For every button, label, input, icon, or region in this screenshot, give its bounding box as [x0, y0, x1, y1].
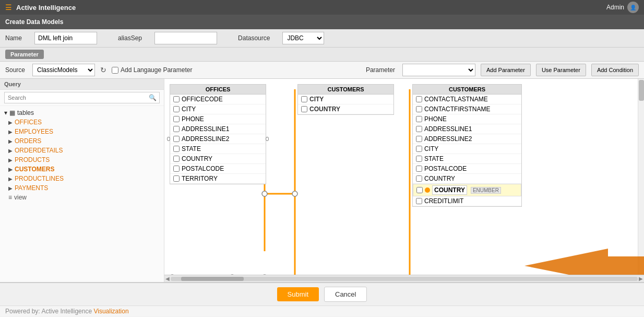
table-row[interactable]: ADDRESSLINE1	[413, 124, 521, 134]
table-row[interactable]: COUNTRY	[413, 174, 521, 184]
app-name: Active Intelligence	[16, 4, 606, 11]
table-row[interactable]: COUNTRY	[298, 104, 393, 114]
row-checkbox[interactable]	[416, 136, 422, 142]
row-checkbox[interactable]	[173, 146, 180, 152]
table-row[interactable]: CITY	[298, 95, 393, 104]
table-row[interactable]: STATE	[170, 144, 266, 154]
sidebar-item-label: OFFICES	[15, 119, 42, 126]
row-checkbox[interactable]	[173, 166, 180, 172]
row-checkbox[interactable]	[416, 116, 422, 122]
sidebar-item-label: ORDERDETAILS	[15, 147, 63, 154]
table-row[interactable]: ADDRESSLINE2	[170, 134, 266, 144]
row-checkbox[interactable]	[301, 96, 307, 102]
country-highlight-box: COUNTRY	[432, 185, 467, 195]
sidebar-item-offices[interactable]: ▶ OFFICES	[0, 118, 164, 127]
row-checkbox[interactable]	[416, 126, 422, 132]
tree-root-tables[interactable]: ▾ ▦ tables	[0, 108, 164, 118]
row-checkbox[interactable]	[173, 106, 180, 112]
footer: Powered by: Active Intelligence Visualiz…	[0, 306, 644, 316]
datasource-select[interactable]: JDBC	[282, 32, 324, 44]
alias-input[interactable]	[154, 32, 217, 44]
sidebar-item-products[interactable]: ▶ PRODUCTS	[0, 155, 164, 165]
sidebar-item-productlines[interactable]: ▶ PRODUCTLINES	[0, 174, 164, 183]
table-rows-offices: OFFICECODE CITY PHONE ADDRESSLINE1 ADDRE…	[170, 95, 266, 184]
search-input[interactable]	[4, 92, 160, 103]
sidebar-item-label: PRODUCTLINES	[15, 175, 64, 182]
alias-label: aliasSep	[118, 34, 142, 42]
row-checkbox[interactable]	[301, 106, 307, 112]
refresh-icon[interactable]: ↻	[100, 66, 106, 74]
table-row[interactable]: CITY	[170, 104, 266, 114]
row-checkbox[interactable]	[173, 156, 180, 162]
row-checkbox[interactable]	[173, 126, 180, 132]
sidebar-item-orders[interactable]: ▶ ORDERS	[0, 136, 164, 146]
row-label: ADDRESSLINE1	[182, 125, 229, 133]
add-condition-button[interactable]: Add Condition	[591, 64, 639, 76]
row-checkbox[interactable]	[173, 175, 180, 182]
cancel-button[interactable]: Cancel	[324, 287, 367, 302]
param-select[interactable]	[402, 64, 475, 76]
sidebar-item-orderdetails[interactable]: ▶ ORDERDETAILS	[0, 146, 164, 155]
submit-button[interactable]: Submit	[277, 287, 319, 301]
name-input[interactable]	[34, 32, 97, 44]
sidebar-item-employees[interactable]: ▶ EMPLOYEES	[0, 127, 164, 136]
add-parameter-button[interactable]: Add Parameter	[481, 64, 531, 76]
scrollbar-h-thumb[interactable]	[181, 277, 244, 281]
scrollbar-thumb[interactable]	[639, 80, 644, 101]
row-checkbox[interactable]	[416, 175, 422, 182]
table-row[interactable]: STATE	[413, 154, 521, 164]
table-row[interactable]: CONTACTLASTNAME	[413, 95, 521, 104]
svg-point-5	[292, 191, 297, 196]
row-checkbox[interactable]	[416, 198, 422, 204]
table-row-highlighted[interactable]: COUNTRY ENUMBER	[413, 184, 521, 196]
row-checkbox[interactable]	[416, 187, 423, 193]
row-checkbox[interactable]	[416, 106, 422, 112]
use-parameter-button[interactable]: Use Parameter	[536, 64, 586, 76]
row-checkbox[interactable]	[416, 166, 422, 172]
row-checkbox[interactable]	[416, 146, 422, 152]
table-row[interactable]: TERRITORY	[170, 174, 266, 184]
sidebar-view-label: view	[14, 194, 27, 201]
sidebar-item-view[interactable]: ≡ view	[0, 193, 164, 202]
table-row[interactable]: PHONE	[413, 114, 521, 124]
row-checkbox[interactable]	[416, 96, 422, 102]
scroll-left-btn[interactable]: ◀	[165, 276, 170, 281]
row-label: POSTALCODE	[424, 165, 467, 172]
table-row[interactable]: CONTACTFIRSTNAME	[413, 104, 521, 114]
admin-label: Admin	[606, 4, 624, 11]
horizontal-scrollbar[interactable]: ◀ ▶	[164, 275, 644, 282]
sidebar-item-label: EMPLOYEES	[15, 128, 53, 135]
row-checkbox[interactable]	[173, 96, 180, 102]
source-select[interactable]: ClassicModels	[32, 64, 95, 76]
row-checkbox[interactable]	[416, 156, 422, 162]
table-row[interactable]: COUNTRY	[170, 154, 266, 164]
table-row[interactable]: ADDRESSLINE1	[170, 124, 266, 134]
sidebar-item-payments[interactable]: ▶ PAYMENTS	[0, 183, 164, 193]
table-rows-customers-small: CITY COUNTRY	[298, 95, 393, 114]
row-label: PHONE	[182, 115, 204, 123]
row-label: COUNTRY	[424, 175, 455, 182]
table-row[interactable]: OFFICECODE	[170, 95, 266, 104]
vertical-scrollbar[interactable]	[638, 79, 644, 275]
add-lang-checkbox[interactable]	[112, 67, 118, 74]
chevron-right-icon: ▶	[8, 185, 13, 191]
table-row[interactable]: PHONE	[170, 114, 266, 124]
scroll-right-btn[interactable]: ▶	[639, 276, 643, 281]
row-label: CITY	[309, 96, 324, 103]
row-checkbox[interactable]	[173, 116, 180, 122]
row-label: CONTACTFIRSTNAME	[424, 105, 490, 113]
table-row[interactable]: CITY	[413, 144, 521, 154]
table-row[interactable]: POSTALCODE	[413, 164, 521, 174]
footer-link[interactable]: Visualization	[93, 308, 128, 315]
table-header-customers-large: CUSTOMERS	[413, 85, 521, 95]
table-panel-customers-large: CUSTOMERS CONTACTLASTNAME CONTACTFIRSTNA…	[412, 84, 522, 207]
sidebar-item-customers[interactable]: ▶ CUSTOMERS	[0, 165, 164, 174]
table-row[interactable]: POSTALCODE	[170, 164, 266, 174]
table-row[interactable]: CREDITLIMIT	[413, 196, 521, 206]
svg-marker-11	[524, 249, 644, 275]
table-row[interactable]: ADDRESSLINE2	[413, 134, 521, 144]
row-checkbox[interactable]	[173, 136, 180, 142]
parameter-tab[interactable]: Parameter	[5, 50, 44, 59]
row-label: CREDITLIMIT	[424, 197, 463, 205]
chevron-right-icon: ▶	[8, 157, 13, 163]
